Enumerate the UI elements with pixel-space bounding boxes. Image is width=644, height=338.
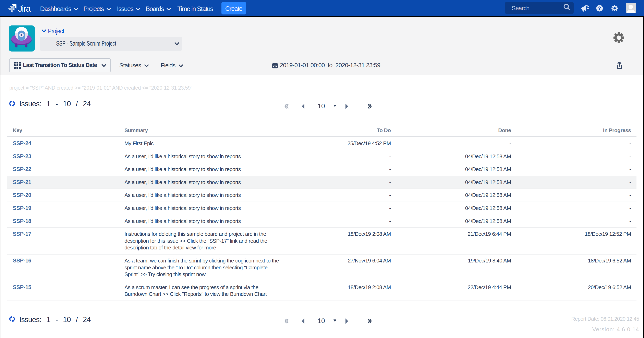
svg-text:?: ? xyxy=(598,6,601,11)
